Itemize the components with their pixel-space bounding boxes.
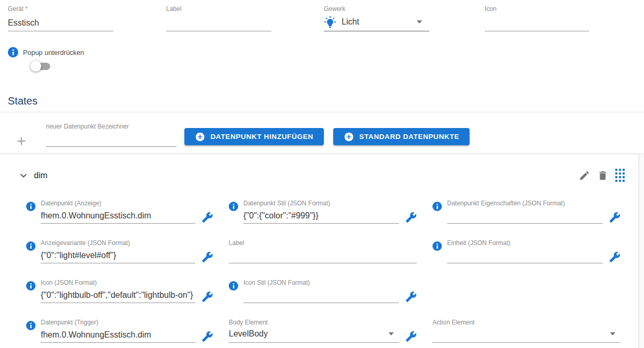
- field-icon-stil: Icon Stil (JSON Format): [229, 279, 417, 305]
- field-grid: Datenpunkt (Anzeige) fhem.0.WohnungEssti…: [0, 200, 638, 345]
- field-value-input[interactable]: [447, 247, 603, 263]
- field-value-input[interactable]: {"0":"lightbulb-off","default":"lightbul…: [41, 287, 195, 303]
- gewerk-label: Gewerk: [324, 5, 429, 14]
- standard-datapoints-button-label: STANDARD DATENPUNKTE: [359, 133, 460, 141]
- new-datapoint-label: neuer Datenpunkt Bezeichner: [46, 123, 177, 131]
- empty-cell: [432, 279, 620, 305]
- popup-suppress-toggle[interactable]: [30, 61, 51, 72]
- wrench-icon[interactable]: [609, 212, 620, 223]
- info-icon[interactable]: [229, 202, 238, 226]
- field-value-input[interactable]: [243, 287, 399, 303]
- datapoint-card-header: dim: [0, 154, 638, 182]
- field-value-input[interactable]: [447, 207, 603, 224]
- field-datenpunkt-stil: Datenpunkt Stil (JSON Format) {"0":{"col…: [229, 200, 417, 226]
- wrench-icon[interactable]: [202, 331, 213, 342]
- field-datenpunkt-eigenschaften: Datenpunkt Eigenschaften (JSON Format): [432, 200, 620, 226]
- add-datapoint-row: neuer Datenpunkt Bezeichner DATENPUNKT H…: [0, 112, 644, 154]
- geraet-label: Gerät *: [8, 5, 113, 14]
- gewerk-value: Licht: [342, 17, 359, 27]
- plus-circle-icon: [195, 132, 205, 142]
- icon-field-label: Icon: [485, 5, 589, 14]
- wrench-icon[interactable]: [405, 212, 417, 223]
- gewerk-field: Gewerk Licht: [324, 5, 429, 31]
- info-icon[interactable]: [26, 281, 36, 305]
- field-value-input[interactable]: fhem.0.WohnungEsstisch.dim: [41, 207, 195, 224]
- trash-icon: [597, 170, 608, 181]
- wrench-icon[interactable]: [202, 212, 213, 223]
- field-datenpunkt-trigger: Datenpunkt (Trigger) fhem.0.WohnungEssti…: [26, 319, 213, 345]
- drag-grid-icon: [615, 169, 625, 182]
- popup-suppress-label: Popup unterdrücken: [23, 49, 84, 56]
- gewerk-select[interactable]: Licht: [324, 14, 429, 31]
- pencil-icon: [579, 170, 590, 181]
- field-label: Einheit (JSON Format): [447, 239, 603, 247]
- info-icon[interactable]: [26, 241, 36, 265]
- datapoint-card: dim Datenpunkt (Anzeige) fhem.0.Woh: [0, 154, 638, 348]
- field-icon-json: Icon (JSON Format) {"0":"lightbulb-off",…: [26, 279, 213, 305]
- new-datapoint-field: neuer Datenpunkt Bezeichner: [46, 123, 177, 147]
- edit-button[interactable]: [579, 170, 590, 181]
- datapoint-name: dim: [34, 171, 48, 180]
- field-label: Datenpunkt (Trigger): [41, 319, 195, 327]
- body-element-value: LevelBody: [229, 329, 268, 339]
- info-icon[interactable]: [432, 202, 442, 226]
- icon-field: Icon: [485, 5, 589, 31]
- field-label: Label: [229, 239, 417, 247]
- info-icon[interactable]: [432, 241, 442, 265]
- wrench-icon[interactable]: [609, 251, 620, 263]
- chevron-down-icon: [610, 332, 615, 335]
- add-datapoint-button-label: DATENPUNKT HINZUFÜGEN: [210, 133, 313, 141]
- field-label: Datenpunkt Stil (JSON Format): [243, 200, 399, 207]
- label-field: Label: [166, 5, 272, 31]
- icon-input[interactable]: [485, 14, 589, 31]
- field-label: Body Element: [229, 319, 399, 327]
- plus-circle-icon: [344, 132, 354, 142]
- field-anzeigevariante: Anzeigevariante (JSON Format) {"0":"ligh…: [26, 239, 213, 265]
- collapse-chevron-icon[interactable]: [17, 169, 30, 182]
- wrench-icon[interactable]: [405, 331, 417, 342]
- body-element-select[interactable]: LevelBody: [229, 327, 399, 343]
- states-list-area: dim Datenpunkt (Anzeige) fhem.0.Woh: [0, 154, 644, 348]
- field-value-input[interactable]: [229, 247, 417, 263]
- field-label: Anzeigevariante (JSON Format): [41, 239, 195, 247]
- field-label: Datenpunkt Eigenschaften (JSON Format): [447, 200, 603, 207]
- lightbulb-on-icon: [324, 16, 336, 28]
- field-value-input[interactable]: fhem.0.WohnungEsstisch.dim: [41, 327, 195, 343]
- field-label: Datenpunkt (Anzeige): [41, 200, 195, 207]
- field-label: Action Element: [432, 319, 620, 327]
- popup-suppress-block: Popup unterdrücken: [8, 47, 644, 72]
- label-input[interactable]: [166, 14, 272, 31]
- field-body-element: Body Element LevelBody: [229, 319, 417, 345]
- states-heading: States: [8, 95, 644, 107]
- info-icon[interactable]: [26, 202, 36, 226]
- delete-button[interactable]: [597, 170, 608, 181]
- field-value-input[interactable]: {"0":"light#level#off"}: [41, 247, 195, 263]
- wrench-icon[interactable]: [405, 291, 417, 303]
- plus-icon[interactable]: [15, 134, 28, 148]
- info-icon[interactable]: [26, 321, 36, 345]
- new-datapoint-input[interactable]: [46, 131, 177, 147]
- info-icon[interactable]: [229, 281, 238, 305]
- add-datapoint-button[interactable]: DATENPUNKT HINZUFÜGEN: [184, 128, 324, 145]
- device-form: Gerät * Esstisch Label Gewerk Licht Icon: [0, 0, 644, 72]
- field-einheit: Einheit (JSON Format): [432, 239, 620, 265]
- field-label: Icon Stil (JSON Format): [243, 279, 399, 287]
- geraet-input[interactable]: Esstisch: [8, 14, 113, 31]
- field-label: Icon (JSON Format): [41, 279, 195, 287]
- label-field-label: Label: [166, 5, 272, 14]
- drag-handle[interactable]: [615, 169, 625, 182]
- field-label: Label: [229, 239, 417, 265]
- toggle-knob: [30, 61, 41, 72]
- wrench-icon[interactable]: [202, 251, 213, 263]
- field-action-element: Action Element: [432, 319, 620, 345]
- chevron-down-icon: [389, 332, 394, 335]
- chevron-down-icon: [417, 20, 422, 24]
- wrench-icon[interactable]: [202, 291, 213, 303]
- info-icon[interactable]: [8, 47, 18, 57]
- standard-datapoints-button[interactable]: STANDARD DATENPUNKTE: [333, 128, 470, 145]
- action-element-select[interactable]: [432, 327, 620, 343]
- field-value-input[interactable]: {"0":{"color":"#999"}}: [243, 207, 399, 224]
- geraet-field: Gerät * Esstisch: [8, 5, 113, 31]
- field-datenpunkt-anzeige: Datenpunkt (Anzeige) fhem.0.WohnungEssti…: [26, 200, 213, 226]
